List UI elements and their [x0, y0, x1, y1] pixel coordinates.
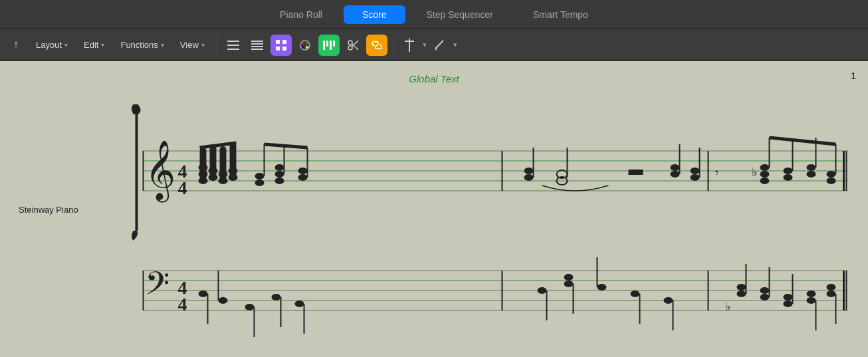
- view-menu-button[interactable]: View ▾: [173, 37, 211, 53]
- svg-point-104: [564, 281, 574, 287]
- svg-rect-0: [227, 41, 239, 42]
- svg-rect-5: [251, 46, 263, 47]
- cursor-chevron-icon: ▾: [423, 41, 427, 49]
- svg-point-68: [255, 173, 265, 179]
- svg-line-26: [435, 41, 443, 49]
- svg-point-126: [827, 178, 836, 184]
- svg-point-73: [275, 164, 284, 171]
- up-arrow-button[interactable]: ↑: [5, 35, 27, 56]
- midi-icon-button[interactable]: [318, 35, 340, 56]
- svg-point-100: [691, 168, 700, 174]
- layout-label: Layout: [36, 40, 62, 50]
- svg-line-128: [770, 138, 836, 144]
- svg-point-107: [597, 284, 607, 291]
- pencil-chevron-icon: ▾: [453, 41, 457, 49]
- svg-line-22: [352, 41, 358, 47]
- svg-point-136: [784, 300, 793, 307]
- tab-bar: Piano Roll Score Step Sequencer Smart Te…: [0, 0, 868, 29]
- svg-point-67: [229, 168, 238, 174]
- svg-point-63: [209, 168, 218, 174]
- svg-point-125: [827, 171, 836, 178]
- toolbar-divider-2: [393, 36, 393, 55]
- toolbar-divider-1: [217, 36, 217, 55]
- svg-point-123: [807, 171, 816, 178]
- view-label: View: [180, 40, 199, 50]
- svg-point-14: [302, 46, 304, 49]
- svg-point-65: [219, 171, 228, 178]
- svg-point-119: [784, 168, 793, 174]
- lines-double-icon-button[interactable]: [247, 35, 268, 56]
- svg-point-15: [306, 46, 308, 49]
- svg-point-131: [737, 284, 746, 291]
- lines-single-icon-button[interactable]: [223, 35, 244, 56]
- cursor-tool-button[interactable]: [399, 35, 420, 56]
- svg-point-109: [631, 291, 640, 297]
- svg-point-99: [691, 174, 700, 181]
- svg-line-23: [352, 44, 358, 50]
- svg-line-27: [435, 49, 437, 50]
- toolbar: ↑ Layout ▾ Edit ▾ Functions ▾ View ▾: [0, 29, 868, 61]
- svg-point-102: [538, 287, 547, 294]
- svg-point-116: [760, 171, 770, 178]
- functions-label: Functions: [120, 40, 158, 50]
- svg-point-72: [275, 178, 284, 184]
- palette-icon-button[interactable]: [294, 35, 316, 56]
- svg-point-83: [245, 304, 255, 310]
- svg-point-12: [302, 42, 304, 45]
- svg-rect-8: [282, 40, 286, 44]
- svg-rect-16: [323, 41, 325, 50]
- svg-text:♭: ♭: [752, 166, 757, 179]
- svg-point-111: [664, 297, 673, 304]
- svg-point-117: [760, 178, 770, 184]
- tab-score[interactable]: Score: [344, 5, 405, 24]
- link-icon-button[interactable]: [366, 35, 387, 56]
- svg-text:4: 4: [178, 178, 187, 198]
- tab-step-sequencer[interactable]: Step Sequencer: [408, 5, 512, 24]
- svg-rect-9: [276, 47, 280, 51]
- svg-point-62: [209, 174, 218, 181]
- functions-menu-button[interactable]: Functions ▾: [114, 37, 170, 53]
- svg-rect-6: [251, 49, 263, 50]
- svg-point-96: [671, 171, 680, 178]
- tab-piano-roll[interactable]: Piano Roll: [261, 5, 341, 24]
- svg-rect-3: [251, 41, 263, 42]
- svg-text:4: 4: [178, 294, 187, 314]
- edit-menu-button[interactable]: Edit ▾: [77, 37, 111, 53]
- svg-point-130: [737, 291, 746, 297]
- svg-point-61: [199, 164, 208, 171]
- svg-point-87: [295, 300, 304, 307]
- grid-icon-button[interactable]: [271, 35, 292, 56]
- svg-text:𝄢: 𝄢: [145, 266, 169, 309]
- svg-point-142: [827, 284, 836, 291]
- svg-point-91: [524, 168, 534, 174]
- edit-chevron-icon: ▾: [101, 41, 104, 49]
- svg-point-97: [671, 164, 680, 171]
- svg-point-69: [255, 179, 265, 186]
- svg-text:♭: ♭: [725, 300, 730, 313]
- svg-point-139: [807, 291, 816, 297]
- instrument-label: Steinway Piano: [19, 204, 78, 214]
- svg-point-13: [306, 42, 308, 45]
- layout-menu-button[interactable]: Layout ▾: [29, 37, 74, 53]
- svg-rect-95: [629, 170, 643, 175]
- pencil-tool-button[interactable]: [429, 35, 451, 56]
- svg-point-11: [300, 41, 310, 50]
- tab-smart-tempo[interactable]: Smart Tempo: [514, 5, 607, 24]
- measure-number: 1: [851, 70, 856, 81]
- svg-point-89: [524, 174, 534, 181]
- svg-point-81: [219, 297, 228, 304]
- svg-point-140: [807, 297, 816, 304]
- svg-rect-19: [333, 41, 335, 47]
- svg-point-137: [784, 294, 793, 300]
- layout-chevron-icon: ▾: [64, 41, 68, 49]
- svg-point-79: [199, 291, 208, 297]
- svg-rect-18: [330, 41, 332, 50]
- svg-point-133: [760, 294, 770, 300]
- svg-point-66: [229, 174, 238, 181]
- svg-point-105: [564, 274, 574, 281]
- scissors-icon-button[interactable]: [342, 35, 364, 56]
- svg-point-71: [275, 171, 284, 178]
- svg-point-120: [784, 174, 793, 181]
- score-container: Global Text 1 Steinway Piano 𝄞 𝄢: [0, 61, 868, 357]
- svg-point-75: [298, 174, 308, 181]
